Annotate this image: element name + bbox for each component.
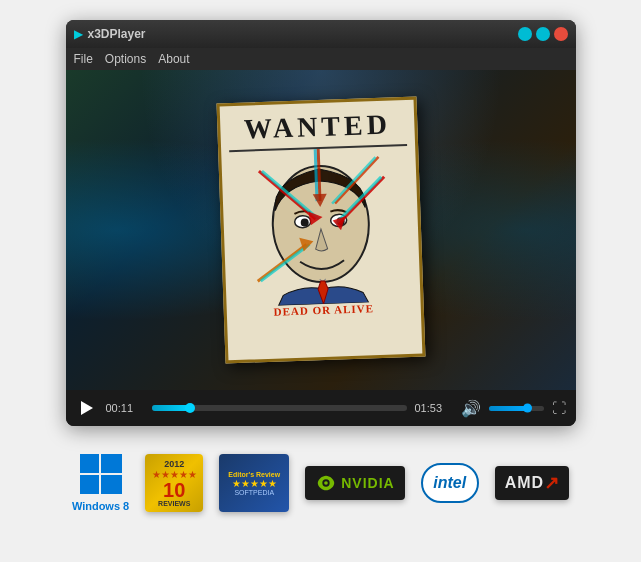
nvidia-badge: NVIDIA (305, 466, 404, 500)
title-bar: ▶ x3DPlayer (66, 20, 576, 48)
softpedia-name: SOFTPEDIA (234, 489, 274, 496)
video-content: WANTED (66, 70, 576, 390)
volume-bar[interactable] (489, 406, 544, 411)
svg-point-24 (324, 481, 328, 485)
softpedia-title: Editor's Review (228, 471, 280, 478)
maximize-button[interactable] (536, 27, 550, 41)
nvidia-label: NVIDIA (341, 475, 394, 491)
intel-label: intel (433, 474, 466, 492)
dead-alive-text: DEAD OR ALIVE (273, 302, 374, 317)
menu-file[interactable]: File (74, 52, 93, 66)
svg-rect-22 (101, 475, 122, 494)
wanted-text: WANTED (227, 108, 406, 152)
windows8-label: Windows 8 (72, 500, 129, 512)
volume-fill (489, 406, 528, 411)
amd-badge: AMD ↗ (495, 466, 569, 500)
award-number: 10 (163, 480, 185, 500)
time-current: 00:11 (106, 402, 144, 414)
award-badge: 2012 ★★★★★ 10 REVIEWS (145, 454, 203, 512)
volume-icon[interactable]: 🔊 (461, 399, 481, 418)
svg-rect-19 (80, 454, 99, 473)
softpedia-stars: ★★★★★ (232, 478, 277, 489)
nvidia-icon (315, 472, 337, 494)
progress-thumb (185, 403, 195, 413)
amd-arrow-icon: ↗ (544, 472, 559, 494)
windows8-badge: Windows 8 (72, 454, 129, 512)
play-icon (81, 401, 93, 415)
amd-label: AMD (505, 474, 544, 492)
svg-rect-20 (101, 454, 122, 473)
controls-bar: 00:11 01:53 🔊 ⛶ (66, 390, 576, 426)
menu-options[interactable]: Options (105, 52, 146, 66)
player-window: ▶ x3DPlayer File Options About WANTED (66, 20, 576, 426)
app-icon: ▶ (74, 27, 83, 41)
award-year: 2012 (164, 459, 184, 469)
minimize-button[interactable] (518, 27, 532, 41)
menu-about[interactable]: About (158, 52, 189, 66)
badges-section: Windows 8 2012 ★★★★★ 10 REVIEWS Editor's… (52, 454, 589, 512)
play-button[interactable] (76, 397, 98, 419)
windows8-icon (80, 454, 122, 496)
wanted-poster: WANTED (216, 97, 425, 364)
window-controls (518, 27, 568, 41)
svg-rect-21 (80, 475, 99, 494)
poster-face (248, 147, 393, 307)
award-label: REVIEWS (158, 500, 190, 507)
app-title: x3DPlayer (88, 27, 146, 41)
menu-bar: File Options About (66, 48, 576, 70)
softpedia-badge: Editor's Review ★★★★★ SOFTPEDIA (219, 454, 289, 512)
intel-badge: intel (421, 463, 479, 503)
volume-thumb (523, 404, 532, 413)
time-total: 01:53 (415, 402, 453, 414)
fullscreen-button[interactable]: ⛶ (552, 400, 566, 416)
close-button[interactable] (554, 27, 568, 41)
video-area: WANTED (66, 70, 576, 390)
progress-bar[interactable] (152, 405, 407, 411)
